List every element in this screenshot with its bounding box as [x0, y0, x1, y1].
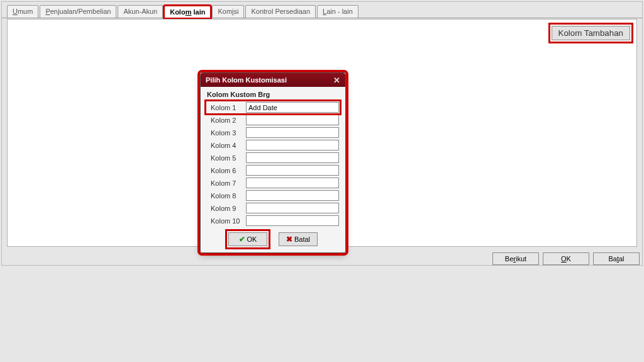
kolom-7-label: Kolom 7 — [207, 179, 246, 187]
kolom-5-row: Kolom 5 — [207, 152, 339, 163]
close-icon[interactable]: ✕ — [333, 76, 340, 84]
dialog-button-bar: ✔ OK ✖ Batal — [207, 232, 339, 246]
dialog-titlebar: Pilih Kolom Kustomisasi ✕ — [201, 73, 345, 87]
kolom-7-input[interactable] — [246, 178, 339, 188]
dialog-title: Pilih Kolom Kustomisasi — [206, 76, 287, 84]
tab-bar: Umum Penjualan/Pembelian Akun-Akun Kolom… — [2, 4, 642, 18]
group-label: Kolom Kustom Brg — [207, 91, 339, 98]
tab-akun-akun[interactable]: Akun-Akun — [118, 5, 163, 18]
tab-lain-lain[interactable]: Lain - lain — [317, 5, 358, 18]
check-icon: ✔ — [239, 235, 245, 244]
kolom-10-input[interactable] — [246, 215, 339, 226]
pilih-kolom-kustomisasi-dialog: Pilih Kolom Kustomisasi ✕ Kolom Kustom B… — [200, 72, 346, 253]
kolom-4-row: Kolom 4 — [207, 140, 339, 150]
kolom-3-row: Kolom 3 — [207, 127, 339, 138]
kolom-5-input[interactable] — [246, 152, 339, 163]
kolom-2-input[interactable] — [246, 115, 339, 125]
kolom-10-label: Kolom 10 — [207, 217, 246, 225]
dialog-body: Kolom Kustom Brg Kolom 1 Kolom 2 Kolom 3… — [201, 87, 345, 252]
kolom-4-label: Kolom 4 — [207, 142, 246, 149]
kolom-tambahan-button[interactable]: Kolom Tambahan — [552, 26, 630, 40]
tab-komisi[interactable]: Komisi — [212, 5, 244, 18]
kolom-7-row: Kolom 7 — [207, 178, 339, 188]
kolom-3-input[interactable] — [246, 127, 339, 138]
kolom-9-row: Kolom 9 — [207, 203, 339, 213]
kolom-5-label: Kolom 5 — [207, 154, 246, 162]
berikut-button[interactable]: Berikut — [492, 252, 539, 265]
kolom-6-row: Kolom 6 — [207, 165, 339, 176]
tab-kolom-lain[interactable]: Kolom lain — [164, 6, 211, 18]
kolom-2-label: Kolom 2 — [207, 116, 246, 124]
kolom-9-input[interactable] — [246, 203, 339, 213]
kolom-6-input[interactable] — [246, 165, 339, 176]
kolom-10-row: Kolom 10 — [207, 215, 339, 226]
wizard-button-bar: Berikut OK Batal — [492, 252, 640, 265]
kolom-8-label: Kolom 8 — [207, 192, 246, 200]
kolom-8-input[interactable] — [246, 190, 339, 201]
tab-umum[interactable]: Umum — [7, 5, 38, 18]
kolom-3-label: Kolom 3 — [207, 129, 246, 137]
kolom-2-row: Kolom 2 — [207, 115, 339, 125]
kolom-8-row: Kolom 8 — [207, 190, 339, 201]
kolom-1-input[interactable] — [246, 102, 339, 113]
tab-penjualan-pembelian[interactable]: Penjualan/Pembelian — [40, 5, 116, 18]
batal-button[interactable]: Batal — [593, 252, 640, 265]
dialog-ok-button[interactable]: ✔ OK — [228, 232, 267, 246]
cancel-icon: ✖ — [286, 235, 292, 244]
dialog-batal-button[interactable]: ✖ Batal — [279, 232, 318, 246]
kolom-6-label: Kolom 6 — [207, 167, 246, 174]
kolom-1-row: Kolom 1 — [207, 102, 339, 113]
kolom-1-label: Kolom 1 — [207, 104, 246, 111]
tab-kontrol-persediaan[interactable]: Kontrol Persediaan — [245, 5, 316, 18]
ok-button[interactable]: OK — [543, 252, 589, 265]
kolom-9-label: Kolom 9 — [207, 205, 246, 212]
kolom-4-input[interactable] — [246, 140, 339, 150]
